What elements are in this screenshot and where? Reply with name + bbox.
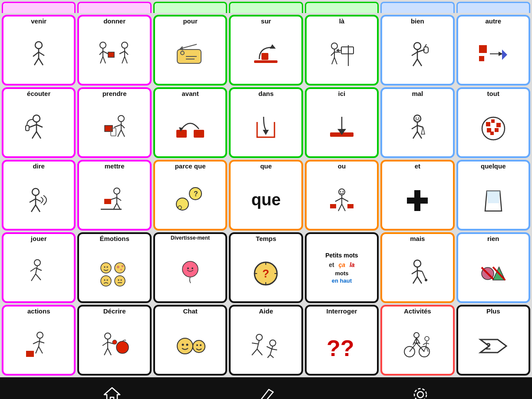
cell-donner[interactable]: donner xyxy=(77,15,151,86)
cell-interroger[interactable]: Interroger ?? xyxy=(305,305,379,376)
cell-venir[interactable]: venir xyxy=(2,15,76,86)
svg-point-139 xyxy=(187,267,189,269)
cell-mal[interactable]: mal xyxy=(380,87,454,158)
cell-label-chat: Chat xyxy=(181,307,199,316)
svg-line-151 xyxy=(413,277,417,284)
cell-label-rien: rien xyxy=(486,234,501,244)
svg-line-171 xyxy=(108,348,111,355)
svg-line-168 xyxy=(102,342,108,346)
cell-petitsmots[interactable]: Petits mots et ça la mots en haut xyxy=(305,232,379,303)
svg-point-175 xyxy=(182,344,184,346)
svg-point-28 xyxy=(331,43,337,49)
cell-icon-mais xyxy=(382,244,453,301)
cell-icon-avant xyxy=(155,99,225,156)
svg-line-15 xyxy=(119,51,125,54)
toolbar xyxy=(0,377,532,399)
svg-point-58 xyxy=(118,115,124,122)
svg-line-170 xyxy=(104,348,108,355)
svg-line-163 xyxy=(36,346,39,353)
cell-jouer[interactable]: jouer xyxy=(2,232,76,303)
cell-temps[interactable]: Temps ? xyxy=(229,232,303,303)
svg-line-78 xyxy=(417,125,423,127)
svg-point-192 xyxy=(414,333,419,338)
svg-point-132 xyxy=(104,280,105,281)
svg-line-113 xyxy=(342,204,345,211)
svg-point-137 xyxy=(120,280,122,281)
cell-dire[interactable]: dire xyxy=(2,160,76,231)
cell-que[interactable]: que que xyxy=(229,160,303,231)
cell-autre[interactable]: autre xyxy=(456,15,530,86)
cell-label-avant: avant xyxy=(180,89,200,99)
cell-chat[interactable]: Chat xyxy=(153,305,227,376)
cell-label-que: que xyxy=(258,162,274,171)
cell-label-bien: bien xyxy=(409,16,426,26)
cell-activites[interactable]: Activités xyxy=(380,305,454,376)
svg-rect-114 xyxy=(330,204,336,208)
top-cell-4 xyxy=(229,2,303,13)
cell-prendre[interactable]: prendre xyxy=(77,87,151,158)
svg-line-18 xyxy=(125,56,127,63)
cell-label-mal: mal xyxy=(410,89,425,99)
cell-ou[interactable]: ou xyxy=(305,160,379,231)
svg-line-97 xyxy=(117,198,121,201)
svg-line-181 xyxy=(257,340,259,349)
cell-aide[interactable]: Aide xyxy=(229,305,303,376)
cell-la[interactable]: là xyxy=(305,15,379,86)
cell-plus[interactable]: Plus 2 xyxy=(456,305,530,376)
petits-mots-la: la xyxy=(350,261,355,268)
que-display-text: que xyxy=(251,191,281,209)
cell-actions[interactable]: actions xyxy=(2,305,76,376)
cell-avant[interactable]: avant xyxy=(153,87,227,158)
settings-button[interactable] xyxy=(411,385,430,399)
svg-text:??: ?? xyxy=(327,336,354,359)
cell-parceque[interactable]: parce que ? xyxy=(153,160,227,231)
svg-line-150 xyxy=(417,270,422,271)
cell-emotions[interactable]: Émotions xyxy=(77,232,151,303)
cell-rien[interactable]: rien xyxy=(456,232,530,303)
cell-label-ou: ou xyxy=(336,162,347,171)
cell-divertissement[interactable]: Divertisse-ment xyxy=(153,232,227,303)
svg-point-180 xyxy=(256,334,262,340)
cell-quelque[interactable]: quelque xyxy=(456,160,530,231)
cell-label-autre: autre xyxy=(483,16,503,26)
svg-rect-12 xyxy=(108,52,114,57)
cell-mais[interactable]: mais xyxy=(380,232,454,303)
svg-marker-207 xyxy=(480,340,506,353)
svg-line-63 xyxy=(121,130,125,137)
svg-text:2: 2 xyxy=(486,341,491,352)
cell-icon-la xyxy=(307,26,377,84)
edit-button[interactable] xyxy=(257,385,276,399)
svg-rect-35 xyxy=(341,47,354,54)
home-button[interactable] xyxy=(102,385,122,399)
svg-line-77 xyxy=(412,125,417,129)
cell-tout[interactable]: tout xyxy=(456,87,530,158)
svg-point-178 xyxy=(196,344,198,346)
svg-rect-115 xyxy=(347,204,354,208)
svg-line-33 xyxy=(334,57,337,64)
cell-pour[interactable]: pour xyxy=(153,15,227,86)
svg-line-122 xyxy=(31,274,36,281)
cell-icon-petitsmots: Petits mots et ça la mots en haut xyxy=(307,234,377,301)
top-cell-5 xyxy=(305,2,379,13)
cell-decrire[interactable]: Décrire xyxy=(77,305,151,376)
cell-et[interactable]: et xyxy=(380,160,454,231)
svg-point-131 xyxy=(101,276,111,286)
svg-line-205 xyxy=(424,346,426,352)
cell-mettre[interactable]: mettre xyxy=(77,160,151,231)
cell-ecouter[interactable]: écouter xyxy=(2,87,76,158)
cell-icon-dans xyxy=(231,99,301,156)
cell-dans[interactable]: dans xyxy=(229,87,303,158)
svg-point-124 xyxy=(101,263,111,273)
svg-line-4 xyxy=(34,58,39,65)
svg-point-185 xyxy=(270,340,276,346)
svg-point-126 xyxy=(106,267,108,268)
cell-icon-emotions xyxy=(79,244,149,301)
svg-line-31 xyxy=(331,52,334,56)
cell-sur[interactable]: sur xyxy=(229,15,303,86)
cell-icon-tout xyxy=(458,99,529,156)
svg-point-134 xyxy=(115,276,125,286)
cell-bien[interactable]: bien xyxy=(380,15,454,86)
cell-ici[interactable]: ici xyxy=(305,87,379,158)
svg-rect-87 xyxy=(490,132,494,135)
cell-label-parceque: parce que xyxy=(173,162,208,171)
